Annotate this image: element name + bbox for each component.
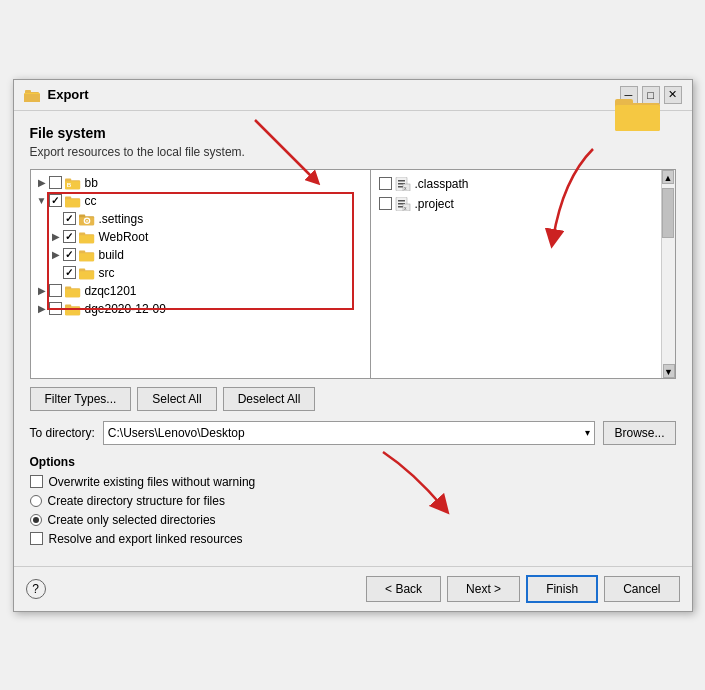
arrow-bb [35, 177, 49, 188]
arrow-build [49, 249, 63, 260]
svg-rect-11 [65, 199, 80, 207]
cb-classpath[interactable] [379, 177, 392, 190]
svg-rect-33 [398, 180, 405, 182]
label-dge2020: dge2020-12-09 [85, 302, 166, 316]
cb-webroot[interactable] [63, 230, 76, 243]
svg-text:B: B [66, 180, 71, 187]
deselect-all-button[interactable]: Deselect All [223, 387, 316, 411]
left-tree-panel: B bb cc [31, 170, 371, 378]
cb-bb[interactable] [49, 176, 62, 189]
option-overwrite[interactable]: Overwrite existing files without warning [30, 475, 676, 489]
label-bb: bb [85, 176, 98, 190]
tree-item-webroot[interactable]: WebRoot [31, 228, 370, 246]
title-bar: Export ─ □ ✕ [14, 80, 692, 111]
file-item-project[interactable]: x .project [371, 194, 675, 214]
tree-item-bb[interactable]: B bb [31, 174, 370, 192]
cb-linked-resources[interactable] [30, 532, 43, 545]
to-dir-combo[interactable]: C:\Users\Lenovo\Desktop ▾ [103, 421, 596, 445]
tree-item-src[interactable]: src [31, 264, 370, 282]
main-panels: B bb cc [30, 169, 676, 379]
cb-dge2020[interactable] [49, 302, 62, 315]
cb-cc[interactable] [49, 194, 62, 207]
svg-rect-46 [615, 105, 660, 131]
tree-item-cc[interactable]: cc [31, 192, 370, 210]
help-button[interactable]: ? [26, 579, 46, 599]
arrow-dzqc1201 [35, 285, 49, 296]
radio-dir-structure[interactable] [30, 495, 42, 507]
option-dir-structure[interactable]: Create directory structure for files [30, 494, 676, 508]
dialog-title: Export [48, 87, 612, 102]
next-button[interactable]: Next > [447, 576, 520, 602]
svg-rect-4 [24, 94, 40, 102]
svg-rect-35 [398, 186, 403, 188]
back-button[interactable]: < Back [366, 576, 441, 602]
cb-settings[interactable] [63, 212, 76, 225]
finish-button[interactable]: Finish [526, 575, 598, 603]
folder-icon-cc [65, 194, 81, 208]
options-title: Options [30, 455, 676, 469]
label-cc: cc [85, 194, 97, 208]
right-panel: x .classpath x [371, 170, 675, 378]
scrollbar[interactable]: ▲ ▼ [661, 170, 675, 378]
label-linked-resources: Resolve and export linked resources [49, 532, 243, 546]
top-right-folder [615, 93, 665, 136]
svg-rect-22 [79, 253, 94, 261]
svg-rect-28 [65, 289, 80, 297]
file-icon-project: x [395, 197, 411, 211]
label-project: .project [415, 197, 454, 211]
label-webroot: WebRoot [99, 230, 149, 244]
folder-icon-src [79, 266, 95, 280]
svg-point-16 [86, 219, 88, 221]
section-desc: Export resources to the local file syste… [30, 145, 676, 159]
section-title: File system [30, 125, 676, 141]
select-all-button[interactable]: Select All [137, 387, 216, 411]
folder-icon-webroot [79, 230, 95, 244]
cb-project[interactable] [379, 197, 392, 210]
label-selected-dirs: Create only selected directories [48, 513, 216, 527]
dir-combo-arrow-icon: ▾ [585, 427, 590, 438]
option-linked-resources[interactable]: Resolve and export linked resources [30, 532, 676, 546]
cb-src[interactable] [63, 266, 76, 279]
svg-rect-19 [79, 235, 94, 243]
arrow-dge2020 [35, 303, 49, 314]
file-item-classpath[interactable]: x .classpath [371, 174, 675, 194]
label-build: build [99, 248, 124, 262]
to-dir-row: To directory: C:\Users\Lenovo\Desktop ▾ … [30, 421, 676, 445]
cb-build[interactable] [63, 248, 76, 261]
label-overwrite: Overwrite existing files without warning [49, 475, 256, 489]
filter-types-button[interactable]: Filter Types... [30, 387, 132, 411]
buttons-row: Filter Types... Select All Deselect All [30, 387, 676, 411]
tree-item-dzqc1201[interactable]: dzqc1201 [31, 282, 370, 300]
folder-icon-settings [79, 212, 95, 226]
dialog-icon [24, 87, 40, 103]
label-classpath: .classpath [415, 177, 469, 191]
close-button[interactable]: ✕ [664, 86, 682, 104]
label-dzqc1201: dzqc1201 [85, 284, 137, 298]
folder-icon-dge2020 [65, 302, 81, 316]
svg-rect-41 [398, 206, 403, 208]
folder-icon-bb: B [65, 176, 81, 190]
folder-icon-build [79, 248, 95, 262]
tree-item-build[interactable]: build [31, 246, 370, 264]
label-src: src [99, 266, 115, 280]
cancel-button[interactable]: Cancel [604, 576, 679, 602]
cb-dzqc1201[interactable] [49, 284, 62, 297]
footer: ? < Back Next > Finish Cancel [14, 566, 692, 611]
options-section: Options Overwrite existing files without… [30, 455, 676, 546]
svg-rect-39 [398, 200, 405, 202]
dir-combo-text: C:\Users\Lenovo\Desktop [108, 426, 245, 440]
folder-icon-dzqc1201 [65, 284, 81, 298]
to-dir-label: To directory: [30, 426, 95, 440]
browse-button[interactable]: Browse... [603, 421, 675, 445]
tree-item-dge2020[interactable]: dge2020-12-09 [31, 300, 370, 318]
label-settings: .settings [99, 212, 144, 226]
svg-rect-25 [79, 271, 94, 279]
radio-selected-dirs[interactable] [30, 514, 42, 526]
label-dir-structure: Create directory structure for files [48, 494, 225, 508]
option-selected-dirs[interactable]: Create only selected directories [30, 513, 676, 527]
arrow-webroot [49, 231, 63, 242]
arrow-cc [35, 195, 49, 206]
tree-item-settings[interactable]: .settings [31, 210, 370, 228]
cb-overwrite[interactable] [30, 475, 43, 488]
file-icon-classpath: x [395, 177, 411, 191]
